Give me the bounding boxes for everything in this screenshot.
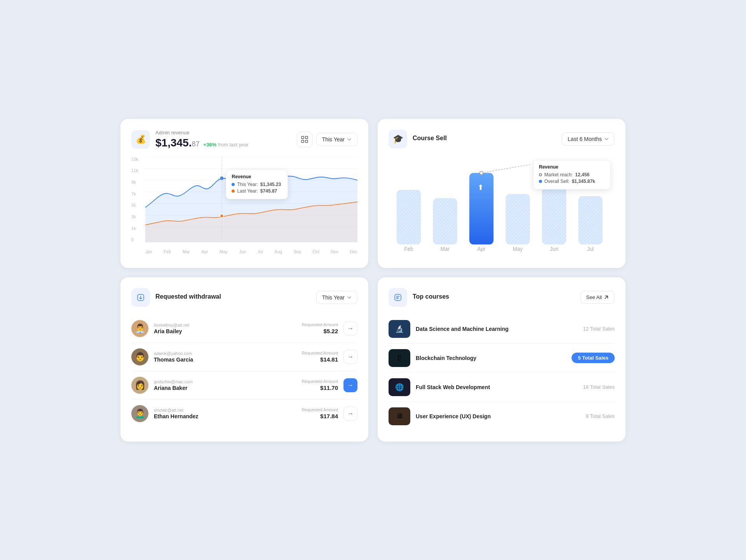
course-name: Blockchain Technology: [416, 355, 566, 361]
course-sell-icon: 🎓: [389, 130, 407, 148]
svg-rect-21: [542, 185, 566, 244]
amount-label: Requested Amount: [302, 322, 338, 327]
amount-group: Requested Amount $17.84: [302, 407, 338, 419]
revenue-card: 💰 Admin revenue $1,345.87 +36% from last…: [120, 119, 368, 268]
avatar: 👨‍🦱: [131, 405, 148, 422]
course-sell-title-group: 🎓 Course Sell: [389, 130, 447, 148]
see-all-button[interactable]: See All: [580, 291, 615, 304]
course-sell-chart: ⬆ Feb Mar Apr May Jun Jul: [389, 156, 615, 257]
bar-tooltip-title: Revenue: [539, 164, 605, 170]
course-sell-filter-dropdown[interactable]: Last 6 Months: [562, 132, 615, 146]
svg-line-30: [481, 164, 530, 173]
download-icon: [136, 293, 145, 302]
svg-text:⬆: ⬆: [478, 183, 484, 191]
bar-tooltip-sell-value: $1,345.87k: [572, 179, 595, 184]
course-item: 🖥 User Experience (UX) Design 8 Total Sa…: [389, 402, 615, 431]
withdrawal-card-header: Requested withdrawal This Year: [131, 288, 357, 307]
withdrawal-filter-dropdown[interactable]: This Year: [316, 291, 357, 304]
courses-list: 🔬 Data Science and Machine Learning 12 T…: [389, 315, 615, 431]
revenue-main: $1,345.: [155, 137, 192, 149]
line-chart-svg-container: Revenue This Year: $1,345.23 Last Year: …: [145, 157, 357, 242]
user-email: adamk@yahoo.com: [154, 351, 296, 356]
user-email: bockelboy@att.net: [154, 323, 296, 327]
svg-rect-23: [578, 196, 602, 244]
avatar: 👩: [131, 377, 148, 394]
svg-rect-15: [433, 198, 457, 244]
amount-group: Requested Amount $14.81: [302, 351, 338, 363]
revenue-label: Admin revenue: [155, 130, 249, 136]
chevron-down-icon: [347, 295, 352, 300]
amount-label: Requested Amount: [302, 379, 338, 384]
svg-point-31: [480, 171, 483, 175]
chevron-down-icon: [347, 137, 352, 142]
course-sell-card: 🎓 Course Sell Last 6 Months: [378, 119, 626, 268]
arrow-button[interactable]: →: [343, 407, 357, 421]
revenue-icon: 💰: [131, 130, 150, 149]
amount-value: $11.70: [302, 384, 338, 391]
svg-text:Apr: Apr: [478, 246, 486, 252]
amount-label: Requested Amount: [302, 407, 338, 412]
chevron-down-icon: [604, 137, 609, 141]
svg-rect-13: [397, 190, 421, 244]
withdrawal-icon: [131, 288, 150, 307]
dashboard: 💰 Admin revenue $1,345.87 +36% from last…: [120, 119, 626, 442]
course-thumbnail: 🌐: [389, 378, 410, 396]
svg-rect-0: [302, 136, 304, 139]
user-name: Thomas Garcia: [154, 357, 296, 363]
top-courses-icon: [389, 288, 407, 307]
expand-button[interactable]: [297, 132, 312, 147]
course-sell-tooltip: Revenue Market reach: 12,456 Overall Sel…: [533, 160, 611, 190]
svg-text:Jul: Jul: [587, 246, 594, 252]
dot-blue-bar: [539, 180, 542, 183]
user-info: bockelboy@att.net Aria Bailey: [154, 323, 296, 334]
svg-text:Jun: Jun: [550, 246, 558, 252]
see-all-label: See All: [586, 294, 602, 300]
dot-blue: [232, 183, 235, 186]
user-email: sinclair@att.net: [154, 408, 296, 412]
course-sell-label: Course Sell: [413, 135, 447, 142]
course-item: ₿ Blockchain Technology 5 Total Sales: [389, 344, 615, 373]
tooltip-last-year-row: Last Year: $745.87: [232, 188, 282, 194]
y-axis: 13k 11k 9k 7k 5k 3k 1k 0: [131, 157, 144, 242]
svg-rect-19: [505, 194, 530, 244]
courses-icon: [394, 293, 402, 302]
revenue-filter-dropdown[interactable]: This Year: [316, 133, 357, 146]
arrow-button[interactable]: →: [343, 350, 357, 364]
svg-text:May: May: [513, 246, 523, 252]
bar-tooltip-market-row: Market reach: 12,456: [539, 172, 605, 177]
amount-label: Requested Amount: [302, 351, 338, 355]
top-courses-title-group: Top courses: [389, 288, 449, 307]
arrow-button[interactable]: →: [343, 378, 357, 392]
user-info: adamk@yahoo.com Thomas Garcia: [154, 351, 296, 363]
course-item: 🌐 Full Stack Web Development 16 Total Sa…: [389, 373, 615, 402]
user-name: Ethan Hernandez: [154, 413, 296, 419]
tooltip-this-year-label: This Year:: [237, 182, 258, 187]
bar-tooltip-sell-row: Overall Sell: $1,345.87k: [539, 179, 605, 184]
amount-group: Requested Amount $11.70: [302, 379, 338, 391]
svg-text:Mar: Mar: [441, 246, 450, 252]
x-axis: Jan Feb Mar Apr May Jun Jul Aug Sep Oct …: [145, 249, 357, 254]
sales-badge: 8 Total Sales: [586, 413, 615, 419]
svg-rect-1: [305, 136, 308, 139]
user-info: grolschie@mac.com Ariana Baker: [154, 379, 296, 391]
course-thumbnail: 🔬: [389, 320, 410, 338]
top-courses-card: Top courses See All 🔬 Data Science and M…: [378, 277, 626, 442]
svg-text:Feb: Feb: [404, 246, 413, 252]
arrow-up-right-icon: [604, 295, 609, 300]
revenue-card-header: 💰 Admin revenue $1,345.87 +36% from last…: [131, 130, 357, 149]
course-name: Full Stack Web Development: [416, 384, 578, 390]
revenue-header-right: This Year: [297, 132, 357, 147]
svg-rect-2: [302, 140, 304, 143]
course-thumbnail: ₿: [389, 349, 410, 367]
tooltip-this-year-value: $1,345.23: [260, 182, 281, 187]
svg-rect-3: [305, 140, 308, 143]
sales-badge: 12 Total Sales: [583, 326, 615, 332]
withdrawal-list: 👨‍💼 bockelboy@att.net Aria Bailey Reques…: [131, 315, 357, 428]
amount-value: $17.84: [302, 413, 338, 419]
course-item: 🔬 Data Science and Machine Learning 12 T…: [389, 315, 615, 344]
arrow-button[interactable]: →: [343, 322, 357, 336]
withdrawal-item: 👩 grolschie@mac.com Ariana Baker Request…: [131, 371, 357, 400]
course-name: User Experience (UX) Design: [416, 413, 580, 419]
tooltip-last-year-value: $745.87: [260, 188, 277, 194]
withdrawal-title-group: Requested withdrawal: [131, 288, 221, 307]
